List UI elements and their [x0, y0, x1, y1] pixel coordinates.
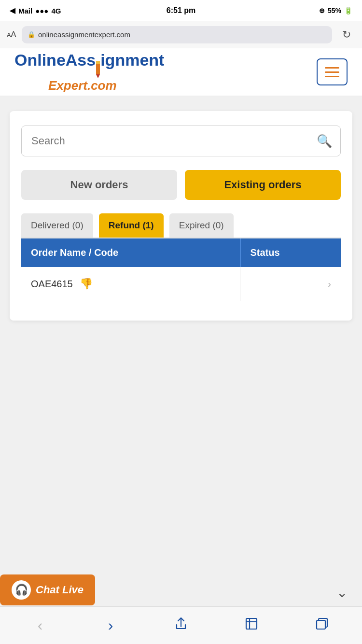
search-icon: 🔍 [317, 134, 332, 148]
chat-icon: 🎧 [12, 580, 31, 600]
search-input[interactable] [21, 126, 341, 156]
column-status: Status [240, 238, 341, 267]
bookmarks-icon [245, 617, 258, 634]
battery-percent: 55% [328, 7, 341, 14]
logo-ignment: ignment [100, 51, 164, 70]
signal-bars: ●●● [35, 7, 48, 15]
browser-bar: AA 🔒 onlineassignmentexpert.com ↻ [0, 21, 362, 48]
orders-table: Order Name / Code Status OAE4615 👎 › [21, 238, 341, 301]
logo-pencil-icon [96, 61, 100, 78]
network-type: 4G [51, 7, 61, 15]
share-button[interactable] [167, 612, 195, 639]
site-header: Online Ass ignment Expert.com [0, 48, 362, 97]
search-button[interactable]: 🔍 [317, 134, 332, 149]
refresh-button[interactable]: ↻ [338, 28, 355, 41]
content-card: 🔍 New orders Existing orders Delivered (… [10, 111, 352, 321]
thumbs-down-icon: 👎 [80, 278, 93, 290]
bookmarks-button[interactable] [238, 612, 265, 639]
menu-line-2 [325, 71, 339, 73]
menu-line-3 [325, 76, 339, 77]
table-row[interactable]: OAE4615 👎 › [21, 267, 341, 301]
main-content: 🔍 New orders Existing orders Delivered (… [0, 97, 362, 531]
delivered-tab[interactable]: Delivered (0) [21, 213, 93, 238]
chat-live-bar: 🎧 Chat Live [0, 574, 95, 605]
status-left: ◀ Mail ●●● 4G [10, 6, 61, 15]
order-code-text: OAE4615 [31, 279, 73, 290]
expired-tab[interactable]: Expired (0) [169, 213, 234, 238]
chevron-down-icon: ⌄ [336, 585, 348, 600]
share-icon [174, 617, 188, 634]
order-status-cell[interactable]: › [240, 267, 341, 301]
refund-tab[interactable]: Refund (1) [99, 213, 164, 238]
back-button[interactable]: ‹ [27, 612, 54, 639]
font-size-control[interactable]: AA [7, 30, 16, 40]
status-tabs: Delivered (0) Refund (1) Expired (0) [21, 213, 341, 238]
url-bar[interactable]: 🔒 onlineassignmentexpert.com [22, 26, 332, 43]
forward-icon: › [108, 616, 113, 634]
tabs-button[interactable] [308, 612, 335, 639]
table-header-row: Order Name / Code Status [21, 238, 341, 267]
search-wrapper: 🔍 [21, 126, 341, 156]
browser-toolbar: ‹ › [0, 606, 362, 644]
back-arrow: ◀ [10, 6, 15, 15]
logo: Online Ass ignment Expert.com [14, 51, 164, 93]
new-orders-tab[interactable]: New orders [21, 170, 177, 200]
tabs-icon [315, 617, 329, 634]
logo-ass: Ass [66, 51, 96, 70]
chat-live-button[interactable]: 🎧 Chat Live [0, 574, 95, 605]
order-tabs: New orders Existing orders [21, 170, 341, 200]
url-text: onlineassignmentexpert.com [38, 30, 130, 39]
battery-icon: 🔋 [344, 7, 352, 14]
chat-live-label: Chat Live [36, 584, 84, 596]
svg-rect-0 [246, 618, 257, 629]
status-bar: ◀ Mail ●●● 4G 6:51 pm ⊕ 55% 🔋 [0, 0, 362, 21]
lock-icon: 🔒 [28, 31, 35, 38]
status-right: ⊕ 55% 🔋 [319, 7, 352, 14]
carrier-name: Mail [18, 7, 32, 15]
chevron-down-button[interactable]: ⌄ [336, 585, 348, 601]
svg-rect-1 [317, 620, 325, 629]
menu-button[interactable] [317, 58, 348, 85]
status-time: 6:51 pm [167, 6, 195, 15]
forward-button[interactable]: › [97, 612, 124, 639]
existing-orders-tab[interactable]: Existing orders [185, 170, 341, 200]
column-order-name: Order Name / Code [21, 238, 240, 267]
row-chevron-right-icon: › [328, 279, 331, 290]
location-icon: ⊕ [319, 7, 325, 14]
logo-online: Online [14, 51, 66, 70]
back-icon: ‹ [38, 616, 43, 634]
logo-expert: Expert.com [48, 78, 117, 93]
order-code-cell: OAE4615 👎 [21, 267, 240, 301]
menu-line-1 [325, 67, 339, 69]
